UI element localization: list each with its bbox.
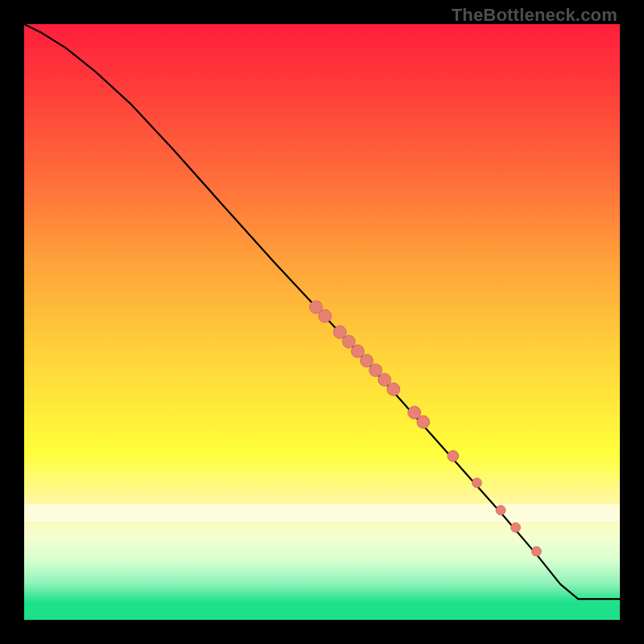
data-marker	[333, 326, 346, 339]
data-marker	[319, 310, 332, 323]
data-marker	[369, 364, 382, 377]
chart-svg	[24, 24, 620, 620]
data-marker	[361, 354, 374, 367]
highlight-band	[24, 504, 620, 522]
data-marker	[408, 407, 421, 419]
data-marker	[472, 478, 481, 488]
chart-stage: TheBottleneck.com	[0, 0, 644, 644]
data-marker	[387, 383, 400, 396]
data-marker	[496, 506, 506, 515]
watermark-text: TheBottleneck.com	[452, 5, 617, 26]
data-marker	[511, 522, 521, 532]
data-marker	[417, 415, 430, 428]
data-marker	[531, 547, 541, 556]
data-marker	[448, 451, 459, 462]
data-marker	[351, 345, 364, 357]
data-marker	[342, 335, 355, 348]
markers-group	[310, 301, 542, 556]
data-marker	[310, 301, 323, 314]
data-marker	[378, 374, 391, 386]
trend-line	[24, 24, 620, 599]
plot-area	[24, 24, 620, 620]
